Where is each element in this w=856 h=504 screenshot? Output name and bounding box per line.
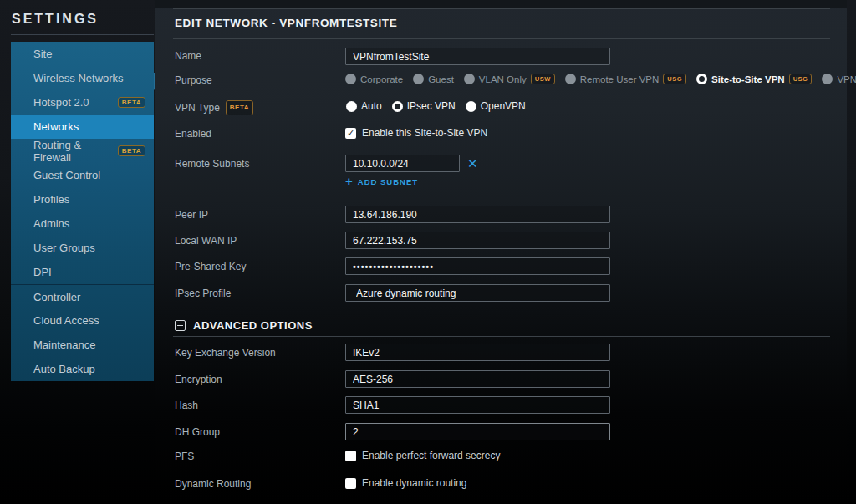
- hash-label: Hash: [175, 400, 338, 411]
- radio-icon: [413, 74, 424, 84]
- checkbox-unchecked-icon[interactable]: [345, 478, 356, 489]
- top-strip: [155, 0, 847, 8]
- beta-badge: BETA: [118, 97, 145, 108]
- sidebar-item-routing-firewall[interactable]: Routing & FirewallBETA: [11, 139, 154, 163]
- enabled-label: Enabled: [175, 128, 338, 140]
- purpose-option-corporate[interactable]: Corporate: [345, 74, 403, 84]
- add-subnet-button[interactable]: + ADD SUBNET: [345, 176, 418, 187]
- vpn-type-label: VPN Type BETA: [175, 100, 338, 115]
- purpose-option-vlan-only[interactable]: VLAN OnlyUSW: [464, 74, 555, 84]
- purpose-option-guest[interactable]: Guest: [413, 74, 454, 84]
- purpose-option-remote-user-vpn[interactable]: Remote User VPNUSG: [565, 74, 686, 84]
- page-title: EDIT NETWORK - VPNFROMTESTSITE: [175, 17, 397, 29]
- ipsec-profile-label: IPsec Profile: [175, 288, 338, 299]
- sidebar-item-admins[interactable]: Admins: [11, 211, 154, 236]
- plus-icon: +: [345, 176, 353, 187]
- name-label: Name: [175, 50, 338, 62]
- sidebar-item-site[interactable]: Site: [11, 42, 154, 66]
- vpn-type-option-ipsec[interactable]: IPsec VPN: [392, 100, 456, 112]
- settings-title: SETTINGS: [12, 12, 99, 27]
- settings-nav: Site Wireless Networks Hotspot 2.0BETA N…: [11, 42, 154, 381]
- sidebar-item-maintenance[interactable]: Maintenance: [11, 333, 154, 357]
- pfs-checkbox-label: Enable perfect forward secrecy: [362, 450, 500, 461]
- hash-input[interactable]: [345, 396, 610, 414]
- dynamic-routing-checkbox-label: Enable dynamic routing: [362, 477, 466, 489]
- encryption-input[interactable]: [345, 370, 610, 388]
- pfs-label: PFS: [175, 451, 338, 462]
- divider: [173, 336, 830, 337]
- divider: [173, 8, 830, 9]
- beta-badge: BETA: [118, 145, 145, 156]
- sidebar-item-user-groups[interactable]: User Groups: [11, 236, 154, 260]
- ipsec-profile-input[interactable]: [345, 284, 610, 302]
- sidebar-item-dpi[interactable]: DPI: [11, 260, 154, 284]
- enabled-checkbox-row[interactable]: ✓ Enable this Site-to-Site VPN: [345, 127, 487, 139]
- peer-ip-input[interactable]: [345, 206, 610, 223]
- local-wan-ip-label: Local WAN IP: [175, 235, 338, 247]
- checkbox-checked-icon[interactable]: ✓: [345, 128, 356, 139]
- enabled-checkbox-label: Enable this Site-to-Site VPN: [362, 127, 487, 139]
- radio-icon: [466, 101, 476, 112]
- edit-network-panel: EDIT NETWORK - VPNFROMTESTSITE Name Purp…: [155, 0, 847, 504]
- encryption-label: Encryption: [175, 374, 338, 385]
- radio-icon: [464, 74, 475, 84]
- beta-badge: BETA: [226, 100, 253, 115]
- sidebar-item-networks[interactable]: Networks: [11, 115, 154, 139]
- radio-selected-icon: [392, 101, 403, 112]
- radio-icon: [565, 74, 576, 84]
- collapse-icon[interactable]: [175, 320, 186, 331]
- pre-shared-key-input[interactable]: [345, 257, 610, 275]
- local-wan-ip-input[interactable]: [345, 232, 610, 249]
- purpose-label: Purpose: [175, 74, 338, 86]
- dynamic-routing-label: Dynamic Routing: [175, 478, 338, 490]
- sidebar-item-wireless-networks[interactable]: Wireless Networks: [11, 66, 154, 90]
- dh-group-label: DH Group: [175, 426, 338, 438]
- checkbox-unchecked-icon[interactable]: [345, 451, 356, 461]
- usw-badge: USW: [531, 74, 555, 84]
- name-input[interactable]: [345, 48, 610, 65]
- vpn-type-radio-group: Auto IPsec VPN OpenVPN: [346, 100, 536, 112]
- key-exchange-input[interactable]: [345, 344, 610, 361]
- remove-subnet-icon[interactable]: ✕: [467, 157, 478, 170]
- radio-icon: [345, 74, 356, 84]
- divider: [173, 38, 830, 39]
- advanced-options-title: ADVANCED OPTIONS: [193, 319, 313, 332]
- pfs-checkbox-row[interactable]: Enable perfect forward secrecy: [345, 450, 500, 461]
- radio-icon: [822, 74, 833, 84]
- sidebar-item-controller[interactable]: Controller: [11, 284, 154, 308]
- dynamic-routing-checkbox-row[interactable]: Enable dynamic routing: [345, 477, 466, 489]
- purpose-option-vpn-client[interactable]: VPN ClientUSG: [822, 74, 856, 84]
- peer-ip-label: Peer IP: [175, 209, 338, 221]
- pre-shared-key-label: Pre-Shared Key: [175, 261, 338, 272]
- dh-group-input[interactable]: [345, 423, 610, 440]
- vpn-type-option-auto[interactable]: Auto: [346, 100, 382, 112]
- radio-icon: [346, 101, 357, 112]
- purpose-radio-group: Corporate Guest VLAN OnlyUSW Remote User…: [345, 74, 856, 84]
- radio-selected-icon: [696, 74, 707, 84]
- sidebar-item-auto-backup[interactable]: Auto Backup: [11, 357, 154, 381]
- add-subnet-label: ADD SUBNET: [358, 177, 418, 186]
- vpn-type-option-openvpn[interactable]: OpenVPN: [466, 100, 526, 112]
- sidebar-divider: [11, 34, 154, 35]
- key-exchange-label: Key Exchange Version: [175, 347, 338, 359]
- sidebar-item-cloud-access[interactable]: Cloud Access: [11, 308, 154, 333]
- advanced-options-header: ADVANCED OPTIONS: [175, 319, 313, 332]
- remote-subnet-input[interactable]: [345, 155, 460, 172]
- remote-subnets-label: Remote Subnets: [175, 158, 338, 170]
- usg-badge: USG: [663, 74, 686, 84]
- purpose-option-site-to-site-vpn[interactable]: Site-to-Site VPNUSG: [696, 74, 812, 84]
- sidebar-item-hotspot[interactable]: Hotspot 2.0BETA: [11, 90, 154, 115]
- usg-badge: USG: [789, 74, 813, 84]
- sidebar-item-guest-control[interactable]: Guest Control: [11, 163, 154, 187]
- sidebar-item-profiles[interactable]: Profiles: [11, 187, 154, 211]
